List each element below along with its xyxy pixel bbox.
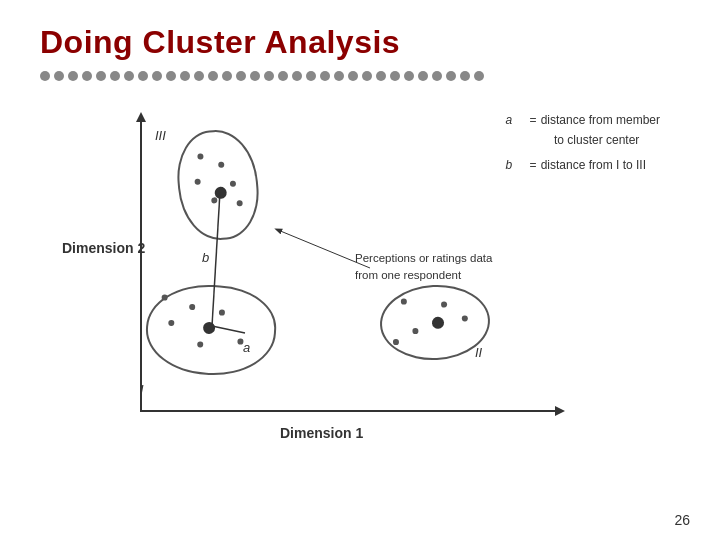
annotation-line1: Perceptions or ratings data	[355, 250, 590, 267]
divider	[40, 71, 680, 81]
dim2-label: Dimension 2	[62, 240, 145, 256]
annotation: Perceptions or ratings data from one res…	[355, 250, 590, 285]
cluster-II-label: II	[475, 345, 482, 360]
y-axis-arrow	[136, 112, 146, 122]
cluster-I-label: I	[140, 382, 144, 397]
y-axis	[140, 120, 142, 410]
slide: Doing Cluster Analysis a = distance from…	[0, 0, 720, 540]
slide-title: Doing Cluster Analysis	[40, 24, 680, 61]
x-axis	[140, 410, 560, 412]
lines-svg	[60, 120, 620, 460]
cluster-III	[173, 127, 262, 244]
x-axis-arrow	[555, 406, 565, 416]
annotation-line2: from one respondent	[355, 267, 590, 284]
page-number: 26	[674, 512, 690, 528]
cluster-I	[144, 282, 279, 379]
b-label: b	[202, 250, 209, 265]
cluster-I-center	[203, 322, 216, 335]
cluster-III-center	[214, 186, 227, 199]
cluster-III-label: III	[155, 128, 166, 143]
chart-area: Dimension 2 Dimension 1 III	[60, 120, 620, 460]
dim1-label: Dimension 1	[280, 425, 363, 441]
a-label: a	[243, 340, 250, 355]
cluster-II-center	[432, 317, 445, 330]
